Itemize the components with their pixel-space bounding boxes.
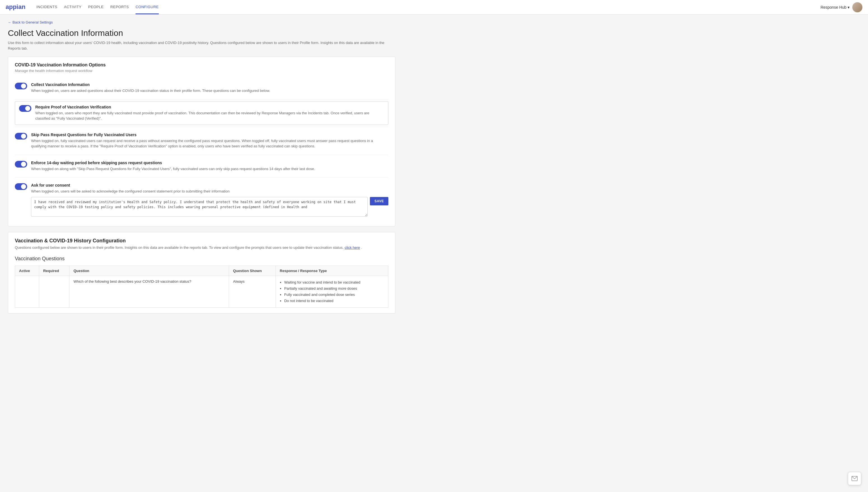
- cell-question-shown: Always: [229, 276, 276, 308]
- nav-people[interactable]: PEOPLE: [88, 0, 104, 14]
- consent-textarea[interactable]: I have received and reviewed my institut…: [31, 197, 368, 217]
- nav-links: INCIDENTS ACTIVITY PEOPLE REPORTS CONFIG…: [36, 0, 820, 14]
- covid-section-title: COVID-19 Vaccination Information Options: [15, 63, 388, 68]
- covid-section-card: COVID-19 Vaccination Information Options…: [8, 56, 395, 226]
- toggle-user-consent[interactable]: [15, 183, 27, 190]
- page-title: Collect Vaccination Information: [8, 28, 395, 38]
- vacc-questions-title: Vaccination Questions: [15, 256, 388, 262]
- toggle-row-4: Enforce 14-day waiting period before ski…: [15, 156, 388, 176]
- nav-reports[interactable]: REPORTS: [110, 0, 129, 14]
- nav-right: Response Hub ▾: [820, 2, 862, 12]
- toggle-desc-5: When toggled on, users will be asked to …: [31, 189, 388, 194]
- cell-responses: Waiting for vaccine and intend to be vac…: [276, 276, 388, 308]
- toggle-label-group-1: Collect Vaccination Information When tog…: [31, 82, 388, 94]
- toggle-label-2: Require Proof of Vaccination Verificatio…: [35, 105, 384, 109]
- back-link[interactable]: ← Back to General Settings: [8, 20, 395, 24]
- toggle-desc-3: When toggled on, fully vaccinated users …: [31, 138, 388, 149]
- nav-incidents[interactable]: INCIDENTS: [36, 0, 57, 14]
- response-item: Fully vaccinated and completed dose seri…: [284, 292, 384, 298]
- col-active: Active: [15, 266, 39, 276]
- page-subtitle: Use this form to collect information abo…: [8, 40, 395, 51]
- toggle-label-1: Collect Vaccination Information: [31, 82, 388, 87]
- top-navigation: appian INCIDENTS ACTIVITY PEOPLE REPORTS…: [0, 0, 868, 15]
- toggle-label-5: Ask for user consent: [31, 183, 388, 188]
- toggle-label-group-3: Skip Pass Request Questions for Fully Va…: [31, 132, 388, 149]
- toggle-label-group-2: Require Proof of Vaccination Verificatio…: [35, 105, 384, 121]
- svg-text:appian: appian: [6, 3, 25, 10]
- response-item: Partially vaccinated and awaiting more d…: [284, 286, 384, 292]
- toggle-desc-1: When toggled on, users are asked questio…: [31, 88, 388, 94]
- cell-required: [39, 276, 70, 308]
- response-hub-label[interactable]: Response Hub ▾: [820, 5, 849, 9]
- col-question-shown: Question Shown: [229, 266, 276, 276]
- covid-section-desc: Manage the health information request wo…: [15, 69, 388, 73]
- toggle-require-proof[interactable]: [19, 105, 31, 112]
- nav-activity[interactable]: ACTIVITY: [64, 0, 82, 14]
- response-item: Waiting for vaccine and intend to be vac…: [284, 279, 384, 286]
- toggle-row-5: Ask for user consent When toggled on, us…: [15, 179, 388, 221]
- click-here-link[interactable]: click here: [345, 245, 360, 250]
- toggle-label-group-4: Enforce 14-day waiting period before ski…: [31, 161, 388, 172]
- toggle-desc-2: When toggled on, users who report they a…: [35, 110, 384, 121]
- questions-table: Active Required Question Question Shown …: [15, 266, 388, 308]
- col-required: Required: [39, 266, 70, 276]
- col-question: Question: [70, 266, 229, 276]
- save-button[interactable]: SAVE: [370, 197, 388, 205]
- col-response-type: Response / Response Type: [276, 266, 388, 276]
- toggle-label-3: Skip Pass Request Questions for Fully Va…: [31, 132, 388, 137]
- app-logo[interactable]: appian: [6, 3, 28, 11]
- toggle-label-group-5: Ask for user consent When toggled on, us…: [31, 183, 388, 217]
- toggle-label-4: Enforce 14-day waiting period before ski…: [31, 161, 388, 165]
- cell-question: Which of the following best describes yo…: [70, 276, 229, 308]
- vacc-history-section: Vaccination & COVID-19 History Configura…: [8, 232, 395, 314]
- table-row: Which of the following best describes yo…: [15, 276, 388, 308]
- toggle-desc-4: When toggled on along with "Skip Pass Re…: [31, 166, 388, 172]
- consent-box: I have received and reviewed my institut…: [31, 197, 388, 217]
- toggle-skip-pass[interactable]: [15, 133, 27, 140]
- vacc-section-desc: Questions configured below are shown to …: [15, 245, 388, 250]
- avatar[interactable]: [852, 2, 862, 12]
- toggle-row-2: Require Proof of Vaccination Verificatio…: [15, 101, 388, 125]
- toggle-enforce-14day[interactable]: [15, 161, 27, 168]
- cell-active: [15, 276, 39, 308]
- toggle-collect-vaccination[interactable]: [15, 83, 27, 90]
- page-content: ← Back to General Settings Collect Vacci…: [0, 15, 403, 325]
- response-item: Do not intend to be vaccinated: [284, 298, 384, 304]
- toggle-row-1: Collect Vaccination Information When tog…: [15, 78, 388, 98]
- nav-configure[interactable]: CONFIGURE: [135, 0, 159, 14]
- vacc-section-title: Vaccination & COVID-19 History Configura…: [15, 238, 388, 244]
- toggle-row-3: Skip Pass Request Questions for Fully Va…: [15, 129, 388, 153]
